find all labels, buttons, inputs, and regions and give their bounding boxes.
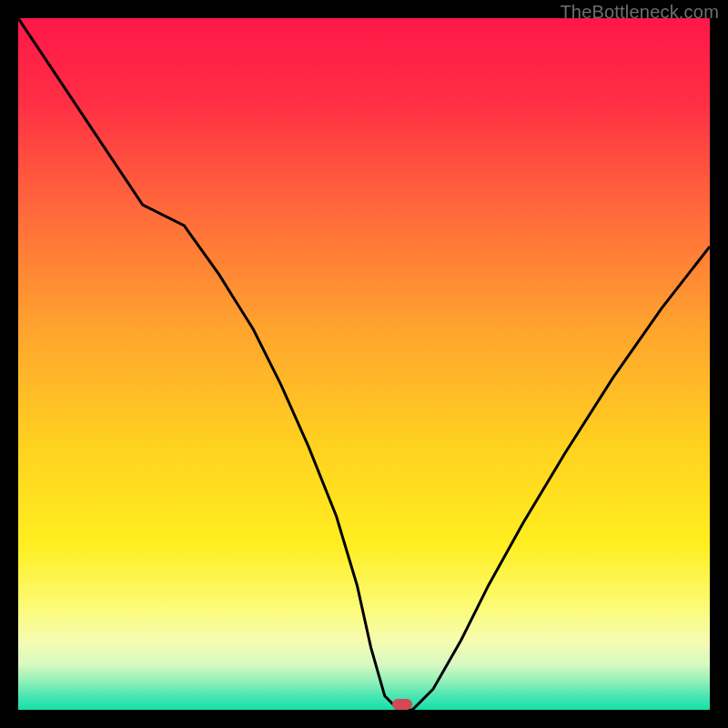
chart-stage: TheBottleneck.com	[0, 0, 728, 728]
bottleneck-curve	[18, 18, 710, 710]
optimal-marker	[392, 699, 412, 710]
watermark-text: TheBottleneck.com	[560, 2, 719, 23]
curve-layer	[18, 18, 710, 710]
plot-area	[18, 18, 710, 710]
